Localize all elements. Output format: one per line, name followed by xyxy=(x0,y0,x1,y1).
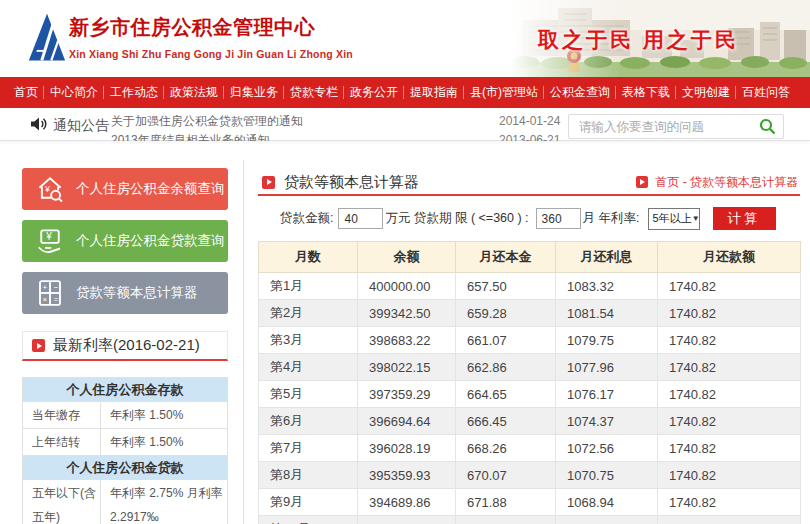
rate-row: 当年缴存年利率 1.50% xyxy=(23,402,228,429)
table-cell: 1072.56 xyxy=(556,435,658,462)
rate-row-value: 年利率 2.75% 月利率 2.2917‰ xyxy=(101,480,228,524)
table-cell: 398683.22 xyxy=(358,327,456,354)
table-cell: 400000.00 xyxy=(358,273,456,300)
svg-text:¥: ¥ xyxy=(45,231,52,242)
table-cell: 662.86 xyxy=(456,354,556,381)
calculator-form: 贷款金额: 万元 贷款期 限 ( <=360 ) : 月 年利率: 5年以上▼ … xyxy=(258,206,800,231)
balance-query-button[interactable]: ¥个人住房公积金余额查询 xyxy=(22,168,228,210)
notice-date: 2014-01-24 xyxy=(499,112,560,131)
page-title-bar: 贷款等额本息计算器 首页 - 贷款等额本息计算器 xyxy=(258,170,800,196)
table-row: 第10月394017.98673.701067.121740.82 xyxy=(259,516,801,524)
svg-text:=: = xyxy=(54,295,59,304)
nav-item[interactable]: 表格下载 xyxy=(616,84,676,101)
nav-item[interactable]: 贷款专栏 xyxy=(284,84,344,101)
red-bullet-icon xyxy=(636,176,648,188)
rate-select[interactable]: 5年以上▼ xyxy=(648,208,700,230)
nav-item[interactable]: 政务公开 xyxy=(344,84,404,101)
table-cell: 1070.75 xyxy=(556,462,658,489)
search-input[interactable] xyxy=(569,120,759,134)
table-header: 月还利息 xyxy=(556,242,658,273)
table-cell: 第3月 xyxy=(259,327,358,354)
speaker-icon xyxy=(30,116,47,136)
notice-link[interactable]: 关于加强住房公积金贷款管理的通知 xyxy=(111,112,499,131)
nav-item[interactable]: 工作动态 xyxy=(104,84,164,101)
table-row: 第7月396028.19668.261072.561740.82 xyxy=(259,435,801,462)
loan-term-input[interactable] xyxy=(536,208,581,229)
table-cell: 第2月 xyxy=(259,300,358,327)
table-cell: 1740.82 xyxy=(658,408,801,435)
nav-item[interactable]: 县(市)管理站 xyxy=(464,84,544,101)
nav-item[interactable]: 提取指南 xyxy=(404,84,464,101)
table-cell: 1740.82 xyxy=(658,489,801,516)
banner-slogan: 取之于民 用之于民 xyxy=(538,26,739,54)
latest-rates-title: 最新利率(2016-02-21) xyxy=(53,336,200,355)
header: 新乡市住房公积金管理中心 Xin Xiang Shi Zhu Fang Gong… xyxy=(0,0,810,77)
nav-item[interactable]: 公积金查询 xyxy=(544,84,616,101)
nav-item[interactable]: 归集业务 xyxy=(224,84,284,101)
notice-item: 2013年度结息相关业务的通知2013-06-21 xyxy=(111,131,563,141)
header-banner-photo: 取之于民 用之于民 xyxy=(510,0,810,77)
calculate-button[interactable]: 计算 xyxy=(713,207,776,230)
table-cell: 1076.17 xyxy=(556,381,658,408)
loan-calculator-button[interactable]: +−×=贷款等额本息计算器 xyxy=(22,272,228,314)
rate-row-label: 当年缴存 xyxy=(23,402,101,429)
notice-label: 通知公告 xyxy=(53,117,109,135)
rate-row-label: 五年以下(含五年) xyxy=(23,480,101,524)
side-button-label: 贷款等额本息计算器 xyxy=(76,284,198,302)
table-cell: 1740.82 xyxy=(658,273,801,300)
table-cell: 1740.82 xyxy=(658,327,801,354)
table-cell: 398022.15 xyxy=(358,354,456,381)
table-row: 第6月396694.64666.451074.371740.82 xyxy=(259,408,801,435)
table-cell: 1079.75 xyxy=(556,327,658,354)
notice-item: 关于加强住房公积金贷款管理的通知2014-01-24 xyxy=(111,112,563,131)
amortization-table: 月数余额月还本金月还利息月还款额 第1月400000.00657.501083.… xyxy=(258,241,801,524)
rate-label: 月 年利率: xyxy=(583,210,640,227)
table-cell: 664.65 xyxy=(456,381,556,408)
table-cell: 1083.32 xyxy=(556,273,658,300)
svg-text:−: − xyxy=(54,283,59,292)
table-cell: 第1月 xyxy=(259,273,358,300)
nav-item[interactable]: 文明创建 xyxy=(676,84,736,101)
loan-query-button[interactable]: ¥个人住房公积金贷款查询 xyxy=(22,220,228,262)
loan-amount-label: 贷款金额: xyxy=(280,210,333,227)
main-content: 贷款等额本息计算器 首页 - 贷款等额本息计算器 贷款金额: 万元 贷款期 限 … xyxy=(258,170,800,524)
table-cell: 396028.19 xyxy=(358,435,456,462)
search-icon[interactable] xyxy=(759,118,776,135)
table-row: 第4月398022.15662.861077.961740.82 xyxy=(259,354,801,381)
table-cell: 第4月 xyxy=(259,354,358,381)
hand-card-icon: ¥ xyxy=(35,225,67,257)
rate-section-header: 个人住房公积金贷款 xyxy=(23,456,228,480)
table-cell: 1068.94 xyxy=(556,489,658,516)
nav-item[interactable]: 中心简介 xyxy=(44,84,104,101)
house-search-icon: ¥ xyxy=(35,173,67,205)
notice-link[interactable]: 2013年度结息相关业务的通知 xyxy=(111,131,499,141)
nav-item[interactable]: 政策法规 xyxy=(164,84,224,101)
table-cell: 1740.82 xyxy=(658,435,801,462)
rate-table: 个人住房公积金存款当年缴存年利率 1.50%上年结转年利率 1.50%个人住房公… xyxy=(22,377,228,524)
site-title-pinyin: Xin Xiang Shi Zhu Fang Gong Ji Jin Guan … xyxy=(69,48,353,60)
table-cell: 394017.98 xyxy=(358,516,456,524)
table-cell: 1740.82 xyxy=(658,354,801,381)
latest-rates-header: 最新利率(2016-02-21) xyxy=(22,331,228,361)
table-cell: 673.70 xyxy=(456,516,556,524)
table-cell: 397359.29 xyxy=(358,381,456,408)
page-title: 贷款等额本息计算器 xyxy=(284,173,419,192)
site-logo xyxy=(28,9,66,70)
red-bullet-icon xyxy=(262,176,275,189)
table-cell: 1740.82 xyxy=(658,462,801,489)
table-cell: 1081.54 xyxy=(556,300,658,327)
breadcrumb-text[interactable]: 首页 - 贷款等额本息计算器 xyxy=(655,174,798,191)
nav-item[interactable]: 百姓问答 xyxy=(736,84,796,101)
loan-amount-input[interactable] xyxy=(338,208,383,229)
table-cell: 394689.86 xyxy=(358,489,456,516)
nav-item[interactable]: 首页 xyxy=(8,84,44,101)
notice-date: 2013-06-21 xyxy=(499,131,560,141)
table-cell: 1067.12 xyxy=(556,516,658,524)
side-button-label: 个人住房公积金余额查询 xyxy=(76,180,225,198)
rate-row: 五年以下(含五年)年利率 2.75% 月利率 2.2917‰ xyxy=(23,480,228,524)
table-cell: 1077.96 xyxy=(556,354,658,381)
table-row: 第8月395359.93670.071070.751740.82 xyxy=(259,462,801,489)
table-header: 月还本金 xyxy=(456,242,556,273)
table-header: 余额 xyxy=(358,242,456,273)
table-cell: 第6月 xyxy=(259,408,358,435)
